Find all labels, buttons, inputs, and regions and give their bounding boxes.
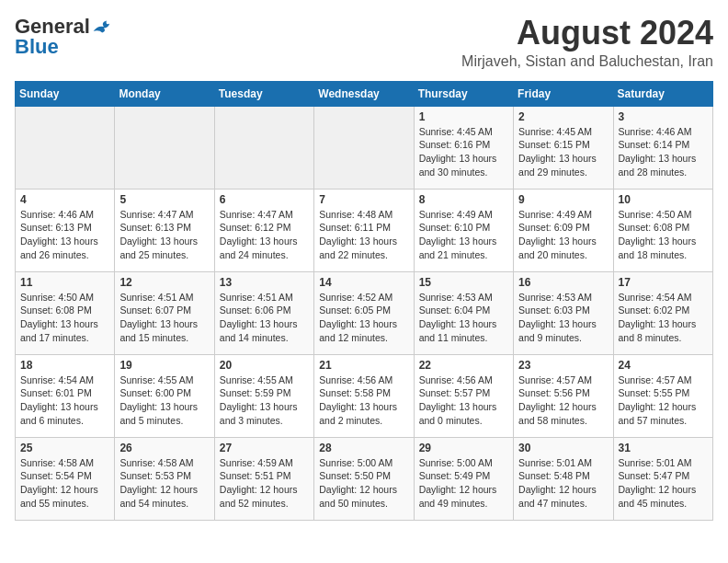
calendar-table: SundayMondayTuesdayWednesdayThursdayFrid… [15, 81, 713, 521]
day-number: 30 [518, 442, 608, 454]
calendar-cell: 15Sunrise: 4:53 AM Sunset: 6:04 PM Dayli… [414, 271, 513, 354]
title-block: August 2024 Mirjaveh, Sistan and Baluche… [461, 15, 713, 70]
day-number: 29 [419, 442, 508, 454]
day-info: Sunrise: 4:52 AM Sunset: 6:05 PM Dayligh… [319, 291, 408, 345]
day-info: Sunrise: 4:55 AM Sunset: 6:00 PM Dayligh… [119, 373, 209, 428]
day-number: 13 [220, 276, 309, 289]
day-number: 31 [619, 442, 708, 454]
calendar-cell: 31Sunrise: 5:01 AM Sunset: 5:47 PM Dayli… [613, 437, 712, 520]
logo: General Blue [15, 15, 114, 59]
page-title: August 2024 [461, 15, 713, 52]
calendar-cell: 9Sunrise: 4:49 AM Sunset: 6:09 PM Daylig… [514, 189, 613, 271]
day-info: Sunrise: 4:46 AM Sunset: 6:13 PM Dayligh… [20, 208, 109, 262]
calendar-cell: 13Sunrise: 4:51 AM Sunset: 6:06 PM Dayli… [214, 271, 313, 354]
calendar-header-monday: Monday [115, 81, 214, 106]
day-number: 18 [20, 359, 109, 372]
day-info: Sunrise: 4:53 AM Sunset: 6:03 PM Dayligh… [518, 291, 608, 345]
calendar-cell: 2Sunrise: 4:45 AM Sunset: 6:15 PM Daylig… [514, 106, 613, 189]
day-info: Sunrise: 4:59 AM Sunset: 5:51 PM Dayligh… [220, 456, 309, 511]
calendar-cell: 22Sunrise: 4:56 AM Sunset: 5:57 PM Dayli… [414, 354, 513, 437]
day-info: Sunrise: 4:57 AM Sunset: 5:56 PM Dayligh… [518, 373, 608, 428]
day-number: 9 [518, 193, 608, 206]
day-number: 10 [619, 193, 708, 206]
day-info: Sunrise: 5:01 AM Sunset: 5:48 PM Dayligh… [518, 456, 608, 511]
calendar-cell: 29Sunrise: 5:00 AM Sunset: 5:49 PM Dayli… [414, 437, 513, 520]
calendar-cell [314, 106, 414, 189]
logo-blue-text: Blue [15, 35, 59, 59]
day-info: Sunrise: 4:58 AM Sunset: 5:54 PM Dayligh… [20, 456, 109, 511]
calendar-cell: 8Sunrise: 4:49 AM Sunset: 6:10 PM Daylig… [414, 189, 513, 271]
calendar-cell: 7Sunrise: 4:48 AM Sunset: 6:11 PM Daylig… [314, 189, 414, 271]
calendar-cell: 21Sunrise: 4:56 AM Sunset: 5:58 PM Dayli… [314, 354, 414, 437]
calendar-header-saturday: Saturday [613, 81, 712, 106]
calendar-week-row: 11Sunrise: 4:50 AM Sunset: 6:08 PM Dayli… [16, 271, 713, 354]
day-number: 1 [419, 110, 508, 123]
calendar-cell: 24Sunrise: 4:57 AM Sunset: 5:55 PM Dayli… [613, 354, 712, 437]
day-number: 27 [220, 442, 309, 454]
day-number: 24 [619, 359, 708, 372]
day-number: 17 [619, 276, 708, 289]
day-number: 19 [119, 359, 209, 372]
day-info: Sunrise: 4:51 AM Sunset: 6:07 PM Dayligh… [119, 291, 209, 345]
calendar-header-wednesday: Wednesday [314, 81, 414, 106]
calendar-header-thursday: Thursday [414, 81, 513, 106]
day-number: 3 [619, 110, 708, 123]
day-number: 8 [419, 193, 508, 206]
calendar-cell: 6Sunrise: 4:47 AM Sunset: 6:12 PM Daylig… [214, 189, 313, 271]
day-info: Sunrise: 4:49 AM Sunset: 6:10 PM Dayligh… [419, 208, 508, 262]
day-info: Sunrise: 4:56 AM Sunset: 5:58 PM Dayligh… [319, 373, 408, 428]
day-info: Sunrise: 4:50 AM Sunset: 6:08 PM Dayligh… [619, 208, 708, 262]
calendar-cell: 19Sunrise: 4:55 AM Sunset: 6:00 PM Dayli… [115, 354, 214, 437]
day-number: 23 [518, 359, 608, 372]
calendar-cell: 14Sunrise: 4:52 AM Sunset: 6:05 PM Dayli… [314, 271, 414, 354]
day-info: Sunrise: 4:49 AM Sunset: 6:09 PM Dayligh… [518, 208, 608, 262]
page-subtitle: Mirjaveh, Sistan and Baluchestan, Iran [461, 53, 713, 70]
calendar-cell: 1Sunrise: 4:45 AM Sunset: 6:16 PM Daylig… [414, 106, 513, 189]
day-number: 28 [319, 442, 408, 454]
day-info: Sunrise: 4:58 AM Sunset: 5:53 PM Dayligh… [119, 456, 209, 511]
day-number: 6 [220, 193, 309, 206]
calendar-header-sunday: Sunday [16, 81, 115, 106]
day-number: 15 [419, 276, 508, 289]
calendar-cell [115, 106, 214, 189]
day-number: 14 [319, 276, 408, 289]
calendar-cell: 11Sunrise: 4:50 AM Sunset: 6:08 PM Dayli… [16, 271, 115, 354]
day-number: 20 [220, 359, 309, 372]
day-number: 11 [20, 276, 109, 289]
calendar-cell: 28Sunrise: 5:00 AM Sunset: 5:50 PM Dayli… [314, 437, 414, 520]
day-info: Sunrise: 4:47 AM Sunset: 6:13 PM Dayligh… [119, 208, 209, 262]
calendar-cell: 17Sunrise: 4:54 AM Sunset: 6:02 PM Dayli… [613, 271, 712, 354]
day-info: Sunrise: 5:00 AM Sunset: 5:49 PM Dayligh… [419, 456, 508, 511]
day-number: 16 [518, 276, 608, 289]
calendar-cell: 23Sunrise: 4:57 AM Sunset: 5:56 PM Dayli… [514, 354, 613, 437]
calendar-cell: 26Sunrise: 4:58 AM Sunset: 5:53 PM Dayli… [115, 437, 214, 520]
day-info: Sunrise: 4:51 AM Sunset: 6:06 PM Dayligh… [220, 291, 309, 345]
calendar-cell: 18Sunrise: 4:54 AM Sunset: 6:01 PM Dayli… [16, 354, 115, 437]
calendar-week-row: 18Sunrise: 4:54 AM Sunset: 6:01 PM Dayli… [16, 354, 713, 437]
calendar-cell: 5Sunrise: 4:47 AM Sunset: 6:13 PM Daylig… [115, 189, 214, 271]
calendar-cell [214, 106, 313, 189]
day-info: Sunrise: 4:45 AM Sunset: 6:16 PM Dayligh… [419, 125, 508, 179]
calendar-cell: 16Sunrise: 4:53 AM Sunset: 6:03 PM Dayli… [514, 271, 613, 354]
day-info: Sunrise: 4:57 AM Sunset: 5:55 PM Dayligh… [619, 373, 708, 428]
day-info: Sunrise: 4:50 AM Sunset: 6:08 PM Dayligh… [20, 291, 109, 345]
day-number: 12 [119, 276, 209, 289]
day-info: Sunrise: 4:53 AM Sunset: 6:04 PM Dayligh… [419, 291, 508, 345]
day-info: Sunrise: 4:47 AM Sunset: 6:12 PM Dayligh… [220, 208, 309, 262]
calendar-cell: 4Sunrise: 4:46 AM Sunset: 6:13 PM Daylig… [16, 189, 115, 271]
calendar-cell: 20Sunrise: 4:55 AM Sunset: 5:59 PM Dayli… [214, 354, 313, 437]
page-header: General Blue August 2024 Mirjaveh, Sista… [15, 15, 713, 70]
calendar-cell: 25Sunrise: 4:58 AM Sunset: 5:54 PM Dayli… [16, 437, 115, 520]
day-info: Sunrise: 5:01 AM Sunset: 5:47 PM Dayligh… [619, 456, 708, 511]
calendar-cell: 12Sunrise: 4:51 AM Sunset: 6:07 PM Dayli… [115, 271, 214, 354]
day-info: Sunrise: 4:54 AM Sunset: 6:01 PM Dayligh… [20, 373, 109, 428]
calendar-cell [16, 106, 115, 189]
day-info: Sunrise: 4:46 AM Sunset: 6:14 PM Dayligh… [619, 125, 708, 179]
day-info: Sunrise: 4:54 AM Sunset: 6:02 PM Dayligh… [619, 291, 708, 345]
day-number: 7 [319, 193, 408, 206]
day-info: Sunrise: 4:56 AM Sunset: 5:57 PM Dayligh… [419, 373, 508, 428]
calendar-cell: 3Sunrise: 4:46 AM Sunset: 6:14 PM Daylig… [613, 106, 712, 189]
calendar-week-row: 25Sunrise: 4:58 AM Sunset: 5:54 PM Dayli… [16, 437, 713, 520]
day-info: Sunrise: 4:55 AM Sunset: 5:59 PM Dayligh… [220, 373, 309, 428]
day-number: 26 [119, 442, 209, 454]
